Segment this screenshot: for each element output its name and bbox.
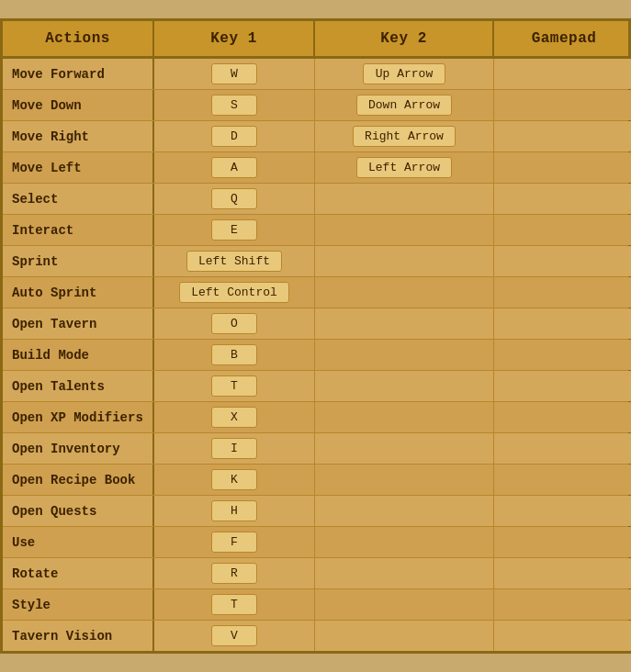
header-key1: Key 1 [154, 21, 315, 56]
key1-cell[interactable]: Left Control [154, 277, 315, 308]
key2-cell[interactable] [315, 558, 494, 588]
key1-cell[interactable]: X [154, 402, 315, 432]
key1-cell[interactable]: B [154, 340, 315, 370]
table-row[interactable]: Move RightDRight Arrow [3, 121, 628, 152]
action-label: Select [3, 184, 154, 214]
key2-cell[interactable] [315, 308, 494, 339]
key1-cell[interactable]: I [154, 433, 315, 464]
gamepad-cell[interactable] [494, 558, 631, 588]
action-label: Move Forward [3, 59, 154, 89]
table-body: Move ForwardWUp ArrowMove DownSDown Arro… [3, 59, 628, 651]
gamepad-cell[interactable] [494, 121, 631, 151]
action-label: Auto Sprint [3, 277, 154, 308]
gamepad-cell[interactable] [494, 527, 631, 557]
table-row[interactable]: Tavern VisionV [3, 621, 628, 651]
gamepad-cell[interactable] [494, 402, 631, 432]
key1-cell[interactable]: T [154, 371, 315, 401]
action-label: Open Inventory [3, 433, 154, 464]
table-row[interactable]: Open InventoryI [3, 433, 628, 465]
key2-cell[interactable] [315, 496, 494, 526]
action-label: Move Down [3, 90, 154, 120]
table-row[interactable]: Open XP ModifiersX [3, 402, 628, 433]
key2-cell[interactable] [315, 184, 494, 214]
key1-cell[interactable]: R [154, 558, 315, 588]
table-row[interactable]: RotateR [3, 558, 628, 589]
action-label: Style [3, 589, 154, 620]
key1-cell[interactable]: E [154, 215, 315, 245]
gamepad-cell[interactable] [494, 152, 631, 183]
action-label: Rotate [3, 558, 154, 588]
key2-cell[interactable] [315, 433, 494, 464]
gamepad-cell[interactable] [494, 496, 631, 526]
gamepad-cell[interactable] [494, 465, 631, 495]
table-row[interactable]: Open TavernO [3, 308, 628, 340]
header-gamepad: Gamepad [494, 21, 631, 56]
key1-cell[interactable]: Left Shift [154, 246, 315, 276]
key2-cell[interactable] [315, 277, 494, 308]
table-row[interactable]: Open Recipe BookK [3, 465, 628, 496]
key1-cell[interactable]: S [154, 90, 315, 120]
key2-cell[interactable]: Right Arrow [315, 121, 494, 151]
gamepad-cell[interactable] [494, 621, 631, 651]
gamepad-cell[interactable] [494, 184, 631, 214]
key1-cell[interactable]: T [154, 589, 315, 620]
key1-cell[interactable]: F [154, 527, 315, 557]
keybindings-table: Actions Key 1 Key 2 Gamepad Move Forward… [0, 18, 631, 654]
key2-cell[interactable]: Up Arrow [315, 59, 494, 89]
key1-cell[interactable]: V [154, 621, 315, 651]
gamepad-cell[interactable] [494, 433, 631, 464]
table-row[interactable]: StyleT [3, 589, 628, 621]
key2-cell[interactable] [315, 215, 494, 245]
key1-cell[interactable]: H [154, 496, 315, 526]
table-row[interactable]: Open TalentsT [3, 371, 628, 402]
key1-cell[interactable]: O [154, 308, 315, 339]
table-row[interactable]: Open QuestsH [3, 496, 628, 527]
action-label: Tavern Vision [3, 621, 154, 651]
key1-cell[interactable]: Q [154, 184, 315, 214]
header-key2: Key 2 [315, 21, 494, 56]
table-row[interactable]: InteractE [3, 215, 628, 246]
key2-cell[interactable] [315, 246, 494, 276]
key2-cell[interactable] [315, 402, 494, 432]
key2-cell[interactable] [315, 621, 494, 651]
action-label: Use [3, 527, 154, 557]
key2-cell[interactable] [315, 589, 494, 620]
action-label: Build Mode [3, 340, 154, 370]
action-label: Interact [3, 215, 154, 245]
table-row[interactable]: UseF [3, 527, 628, 558]
gamepad-cell[interactable] [494, 308, 631, 339]
table-row[interactable]: Move LeftALeft Arrow [3, 152, 628, 184]
gamepad-cell[interactable] [494, 246, 631, 276]
gamepad-cell[interactable] [494, 215, 631, 245]
action-label: Open Talents [3, 371, 154, 401]
action-label: Move Right [3, 121, 154, 151]
key2-cell[interactable] [315, 527, 494, 557]
gamepad-cell[interactable] [494, 589, 631, 620]
gamepad-cell[interactable] [494, 90, 631, 120]
key2-cell[interactable]: Left Arrow [315, 152, 494, 183]
gamepad-cell[interactable] [494, 340, 631, 370]
table-row[interactable]: SprintLeft Shift [3, 246, 628, 277]
table-row[interactable]: Auto SprintLeft Control [3, 277, 628, 308]
key1-cell[interactable]: W [154, 59, 315, 89]
table-row[interactable]: SelectQ [3, 184, 628, 215]
action-label: Open Recipe Book [3, 465, 154, 495]
header-actions: Actions [3, 21, 154, 56]
gamepad-cell[interactable] [494, 59, 631, 89]
gamepad-cell[interactable] [494, 277, 631, 308]
action-label: Open XP Modifiers [3, 402, 154, 432]
action-label: Open Quests [3, 496, 154, 526]
table-row[interactable]: Move ForwardWUp Arrow [3, 59, 628, 90]
key2-cell[interactable]: Down Arrow [315, 90, 494, 120]
key2-cell[interactable] [315, 465, 494, 495]
action-label: Open Tavern [3, 308, 154, 339]
key2-cell[interactable] [315, 371, 494, 401]
table-row[interactable]: Build ModeB [3, 340, 628, 371]
key1-cell[interactable]: D [154, 121, 315, 151]
key1-cell[interactable]: K [154, 465, 315, 495]
action-label: Sprint [3, 246, 154, 276]
key2-cell[interactable] [315, 340, 494, 370]
gamepad-cell[interactable] [494, 371, 631, 401]
table-row[interactable]: Move DownSDown Arrow [3, 90, 628, 121]
key1-cell[interactable]: A [154, 152, 315, 183]
